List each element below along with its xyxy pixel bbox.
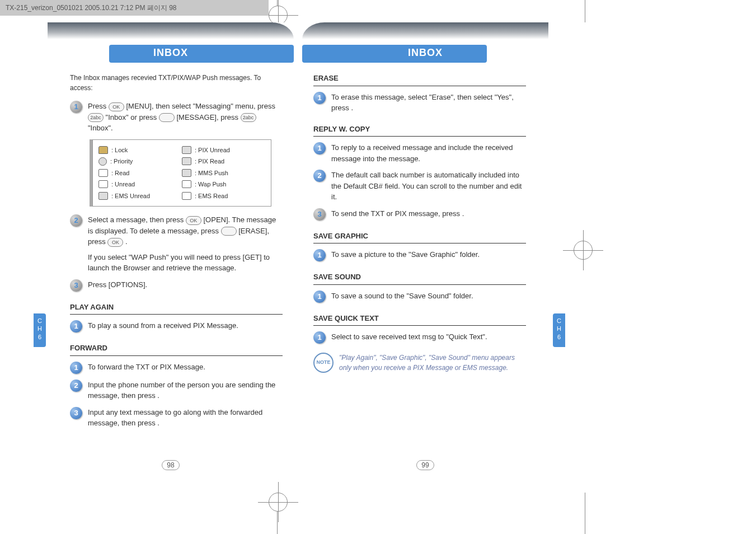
icon-legend: : Lock: PIX Unread : Priority: PIX Read … — [92, 139, 271, 207]
mms-push-icon — [182, 169, 191, 177]
registration-mark-icon — [269, 6, 288, 25]
registration-mark-icon — [574, 241, 593, 260]
step-badge-1: 1 — [70, 320, 82, 332]
priority-icon — [98, 157, 107, 166]
step-badge-2: 2 — [313, 170, 326, 182]
reply-3-text: To send the TXT or PIX message, press . — [331, 208, 526, 219]
page-number: 99 — [416, 460, 434, 470]
reply-1-text: To reply to a received message and inclu… — [331, 142, 526, 164]
step-badge-2: 2 — [70, 214, 82, 227]
step-badge-2: 2 — [70, 380, 82, 392]
pix-unread-icon — [182, 146, 191, 154]
ems-unread-icon — [98, 192, 108, 200]
softkey-icon — [159, 113, 175, 122]
wap-push-icon — [182, 180, 191, 188]
chapter-c: C — [34, 317, 46, 325]
chapter-num: 6 — [553, 333, 565, 341]
save-sound-text: To save a sound to the "Save Sound" fold… — [331, 291, 526, 302]
read-icon — [98, 169, 108, 177]
step-1-text: Press OK [MENU], then select "Messaging"… — [88, 101, 283, 134]
pix-read-icon — [182, 157, 191, 165]
reply-2-text: The default call back number is automati… — [331, 170, 526, 203]
chapter-h: H — [553, 325, 565, 332]
section-play-again: PLAY AGAIN — [70, 302, 283, 315]
section-erase: ERASE — [313, 73, 526, 86]
step-badge-1: 1 — [70, 101, 82, 113]
unread-icon — [98, 180, 108, 188]
page-footer: 98 — [48, 460, 294, 470]
ok-key-icon: OK — [107, 238, 123, 247]
step-badge-1: 1 — [313, 291, 326, 303]
forward-1-text: To forward the TXT or PIX Message. — [88, 362, 283, 373]
section-forward: FORWARD — [70, 343, 283, 356]
chapter-c: C — [553, 317, 565, 325]
chapter-tab-right: C H 6 — [553, 313, 565, 347]
note-text: "Play Again", "Save Graphic", "Save Soun… — [339, 353, 526, 373]
two-key-icon: 2abc — [241, 113, 256, 122]
step-3-text: Press [OPTIONS]. — [88, 279, 283, 291]
lock-icon — [98, 146, 108, 154]
step-badge-3: 3 — [70, 279, 82, 292]
step-badge-1: 1 — [313, 331, 326, 344]
save-quick-text-text: Select to save received text msg to "Qui… — [331, 331, 526, 343]
page-title: INBOX — [302, 47, 548, 59]
ok-key-icon: OK — [109, 102, 124, 111]
step-2-text: Select a message, then press OK [OPEN]. … — [88, 214, 283, 274]
save-graphic-text: To save a picture to the "Save Graphic" … — [331, 249, 526, 260]
page-number: 98 — [162, 460, 179, 470]
registration-mark-icon — [269, 493, 288, 512]
ems-read-icon — [182, 192, 191, 200]
play-again-text: To play a sound from a received PIX Mess… — [88, 320, 283, 331]
section-save-sound: SAVE SOUND — [313, 271, 526, 285]
step-badge-1: 1 — [313, 249, 326, 261]
erase-1-text: To erase this message, select "Erase", t… — [331, 92, 526, 114]
softkey-icon — [221, 227, 237, 236]
section-save-quick-text: SAVE QUICK TEXT — [313, 313, 526, 326]
page-99: INBOX ERASE 1 To erase this message, sel… — [302, 22, 548, 481]
step-badge-1: 1 — [313, 142, 326, 154]
chapter-tab-left: C H 6 — [34, 313, 46, 347]
step-badge-3: 3 — [70, 407, 82, 419]
step-badge-3: 3 — [313, 208, 326, 221]
section-reply-copy: REPLY W. COPY — [313, 124, 526, 137]
forward-2-text: Input the phone number of the person you… — [88, 380, 283, 401]
chapter-h: H — [34, 325, 46, 332]
section-save-graphic: SAVE GRAPHIC — [313, 231, 526, 244]
forward-3-text: Input any text message to go along with … — [88, 407, 283, 429]
two-key-icon: 2abc — [88, 113, 104, 122]
document-header: TX-215_verizon_0501021 2005.10.21 7:12 P… — [0, 0, 269, 16]
step-badge-1: 1 — [313, 92, 326, 104]
page-footer: 99 — [302, 460, 548, 470]
note-block: NOTE "Play Again", "Save Graphic", "Save… — [313, 353, 526, 373]
page-title: INBOX — [48, 47, 294, 59]
ok-key-icon: OK — [186, 216, 201, 225]
page-98: INBOX The Inbox manages recevied TXT/PIX… — [48, 22, 294, 481]
chapter-num: 6 — [34, 333, 46, 341]
intro-text: The Inbox manages recevied TXT/PIX/WAP P… — [70, 73, 283, 93]
step-badge-1: 1 — [70, 362, 82, 374]
note-icon: NOTE — [313, 353, 334, 373]
